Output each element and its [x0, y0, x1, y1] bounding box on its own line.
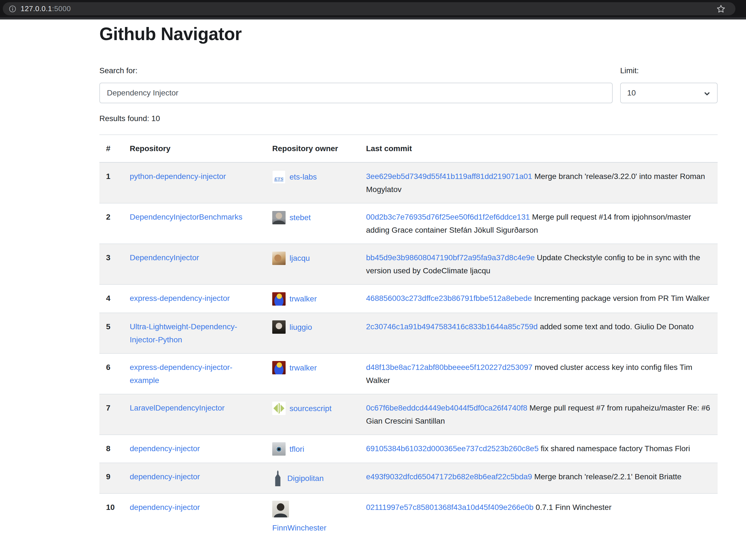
commit-message: Incrementing package version from PR Tim…	[532, 294, 710, 302]
results-count: Results found: 10	[99, 114, 718, 123]
commit-cell: d48f13be8ac712abf80bbeeee5f120227d253097…	[360, 353, 718, 394]
table-row: 4express-dependency-injectortrwalker4688…	[99, 285, 718, 313]
owner-cell: sourcescript	[265, 394, 360, 435]
owner-avatar	[272, 402, 286, 415]
owner-avatar	[272, 211, 286, 224]
commit-cell: bb45d9e3b98608047190bf72a95fa9a37d8c4e9e…	[360, 244, 718, 285]
column-header-last-commit: Last commit	[360, 135, 718, 163]
owner-avatar	[272, 361, 286, 374]
owner-link[interactable]: trwalker	[289, 294, 317, 303]
repo-link[interactable]: dependency-injector	[130, 472, 200, 481]
commit-hash-link[interactable]: e493f9032dfcd65047172b682e8b6eaf22c5bda9	[366, 472, 532, 481]
row-number: 4	[99, 285, 123, 313]
repo-link[interactable]: Ultra-Lightweight-Dependency-Injector-Py…	[130, 322, 237, 344]
repo-link[interactable]: LaravelDependencyInjector	[130, 404, 225, 412]
table-row: 6express-dependency-injector-exampletrwa…	[99, 353, 718, 394]
commit-cell: e493f9032dfcd65047172b682e8b6eaf22c5bda9…	[360, 463, 718, 494]
browser-chrome: 127.0.0.1:5000	[0, 0, 746, 20]
owner-cell: ljacqu	[265, 244, 360, 285]
commit-hash-link[interactable]: 2c30746c1a91b4947583416c833b1644a85c759d	[366, 322, 538, 331]
commit-message: 0.7.1 Finn Winchester	[534, 503, 611, 511]
owner-avatar	[272, 252, 286, 265]
url-host: 127.0.0.1	[21, 4, 52, 13]
table-row: 5Ultra-Lightweight-Dependency-Injector-P…	[99, 313, 718, 353]
owner-avatar	[272, 170, 286, 184]
page-content: Github Navigator Search for: Limit: 10 R…	[0, 20, 746, 541]
commit-message: added some text and todo. Giulio De Dona…	[538, 322, 694, 331]
limit-label: Limit:	[620, 66, 718, 76]
owner-link[interactable]: liuggio	[289, 323, 312, 331]
owner-link[interactable]: ljacqu	[289, 254, 310, 262]
search-label: Search for:	[99, 66, 613, 76]
repo-cell: express-dependency-injector	[123, 285, 265, 313]
repo-link[interactable]: python-dependency-injector	[130, 172, 226, 181]
repo-link[interactable]: dependency-injector	[130, 503, 200, 511]
row-number: 9	[99, 463, 123, 494]
repo-cell: express-dependency-injector-example	[123, 353, 265, 394]
bookmark-star-icon[interactable]	[716, 4, 726, 14]
owner-avatar	[272, 501, 289, 518]
commit-hash-link[interactable]: 00d2b3c7e76935d76f25ee50f6d1f2ef6ddce131	[366, 213, 530, 221]
limit-block: Limit: 10	[620, 66, 718, 103]
owner-link[interactable]: FinnWinchester	[272, 524, 326, 532]
commit-hash-link[interactable]: 02111997e57c85801368f43a10d45f409e266e0b	[366, 503, 534, 511]
commit-cell: 468856003c273dffce23b86791fbbe512a8ebede…	[360, 285, 718, 313]
table-row: 3DependencyInjectorljacqubb45d9e3b986080…	[99, 244, 718, 285]
column-header-owner: Repository owner	[265, 135, 360, 163]
repo-cell: LaravelDependencyInjector	[123, 394, 265, 435]
owner-cell: FinnWinchester	[265, 494, 360, 541]
table-row: 8dependency-injectortflori69105384b61032…	[99, 435, 718, 463]
chevron-down-icon	[703, 90, 711, 98]
repo-link[interactable]: DependencyInjector	[130, 253, 199, 262]
commit-hash-link[interactable]: 468856003c273dffce23b86791fbbe512a8ebede	[366, 294, 532, 302]
repo-cell: DependencyInjector	[123, 244, 265, 285]
owner-cell: liuggio	[265, 313, 360, 353]
commit-cell: 69105384b61032d000365ee737cd2523b260c8e5…	[360, 435, 718, 463]
owner-link[interactable]: tflori	[289, 445, 304, 453]
url-bar[interactable]: 127.0.0.1:5000	[3, 2, 736, 15]
owner-link[interactable]: trwalker	[289, 363, 317, 372]
commit-hash-link[interactable]: 0c67f6be8eddcd4449eb4044f5df0ca26f4740f8	[366, 404, 527, 412]
row-number: 2	[99, 203, 123, 244]
owner-link[interactable]: sourcescript	[289, 404, 332, 413]
repo-cell: Ultra-Lightweight-Dependency-Injector-Py…	[123, 313, 265, 353]
limit-selected-value: 10	[627, 89, 636, 97]
owner-cell: tflori	[265, 435, 360, 463]
results-table: # Repository Repository owner Last commi…	[99, 135, 718, 541]
repo-link[interactable]: express-dependency-injector-example	[130, 363, 232, 385]
owner-cell: trwalker	[265, 285, 360, 313]
table-row: 1python-dependency-injectorets-labs3ee62…	[99, 163, 718, 203]
commit-hash-link[interactable]: 3ee629eb5d7349d55f41b119aff81dd219071a01	[366, 172, 532, 181]
repo-link[interactable]: dependency-injector	[130, 444, 200, 453]
column-header-repository: Repository	[123, 135, 265, 163]
commit-hash-link[interactable]: bb45d9e3b98608047190bf72a95fa9a37d8c4e9e	[366, 253, 535, 262]
url-port: :5000	[52, 4, 71, 13]
commit-hash-link[interactable]: d48f13be8ac712abf80bbeeee5f120227d253097	[366, 363, 533, 372]
table-header-row: # Repository Repository owner Last commi…	[99, 135, 718, 163]
owner-cell: stebet	[265, 203, 360, 244]
repo-link[interactable]: DependencyInjectorBenchmarks	[130, 213, 242, 221]
owner-cell: ets-labs	[265, 163, 360, 203]
commit-cell: 00d2b3c7e76935d76f25ee50f6d1f2ef6ddce131…	[360, 203, 718, 244]
row-number: 6	[99, 353, 123, 394]
owner-cell: Digipolitan	[265, 463, 360, 494]
repo-cell: python-dependency-injector	[123, 163, 265, 203]
commit-message: fix shared namespace factory Thomas Flor…	[539, 444, 690, 453]
limit-select[interactable]: 10	[620, 83, 718, 103]
search-input[interactable]	[99, 83, 613, 103]
owner-link[interactable]: stebet	[289, 213, 311, 222]
owner-cell: trwalker	[265, 353, 360, 394]
owner-link[interactable]: ets-labs	[289, 173, 317, 181]
table-row: 7LaravelDependencyInjectorsourcescript0c…	[99, 394, 718, 435]
commit-hash-link[interactable]: 69105384b61032d000365ee737cd2523b260c8e5	[366, 444, 539, 453]
owner-link[interactable]: Digipolitan	[287, 474, 324, 482]
commit-cell: 2c30746c1a91b4947583416c833b1644a85c759d…	[360, 313, 718, 353]
row-number: 7	[99, 394, 123, 435]
row-number: 3	[99, 244, 123, 285]
repo-link[interactable]: express-dependency-injector	[130, 294, 230, 302]
repo-cell: dependency-injector	[123, 435, 265, 463]
info-icon[interactable]	[9, 5, 16, 12]
repo-cell: DependencyInjectorBenchmarks	[123, 203, 265, 244]
commit-cell: 3ee629eb5d7349d55f41b119aff81dd219071a01…	[360, 163, 718, 203]
row-number: 1	[99, 163, 123, 203]
